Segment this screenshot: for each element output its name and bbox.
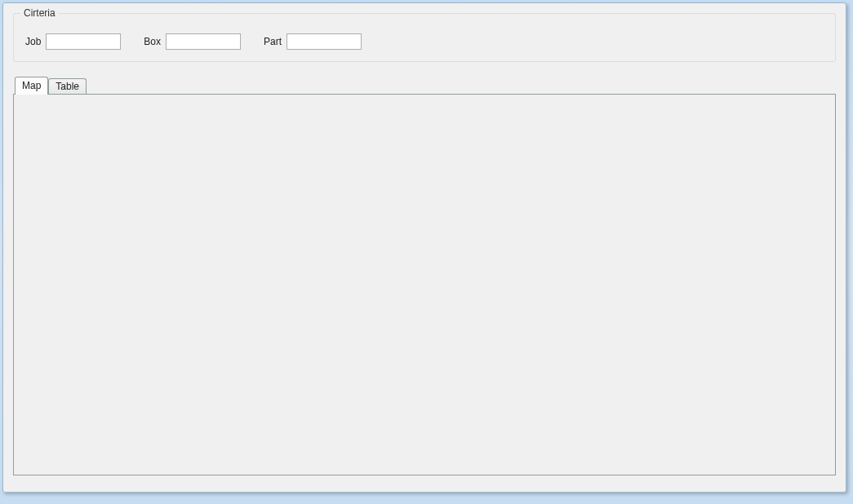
criteria-row: Job Box Part <box>25 33 824 50</box>
box-input[interactable] <box>166 33 241 50</box>
tab-strip: Map Table <box>13 77 836 94</box>
job-input[interactable] <box>46 33 121 50</box>
tab-control: Map Table <box>13 77 836 475</box>
criteria-group-title: Cirteria <box>20 7 59 19</box>
main-panel: Cirteria Job Box Part Map Table <box>2 2 846 493</box>
tab-table[interactable]: Table <box>48 78 87 94</box>
tab-content-area <box>13 94 836 475</box>
part-input[interactable] <box>287 33 362 50</box>
part-label: Part <box>264 36 282 47</box>
criteria-groupbox: Cirteria Job Box Part <box>13 13 836 62</box>
tab-map[interactable]: Map <box>15 77 48 95</box>
job-label: Job <box>25 36 41 47</box>
box-label: Box <box>144 36 161 47</box>
